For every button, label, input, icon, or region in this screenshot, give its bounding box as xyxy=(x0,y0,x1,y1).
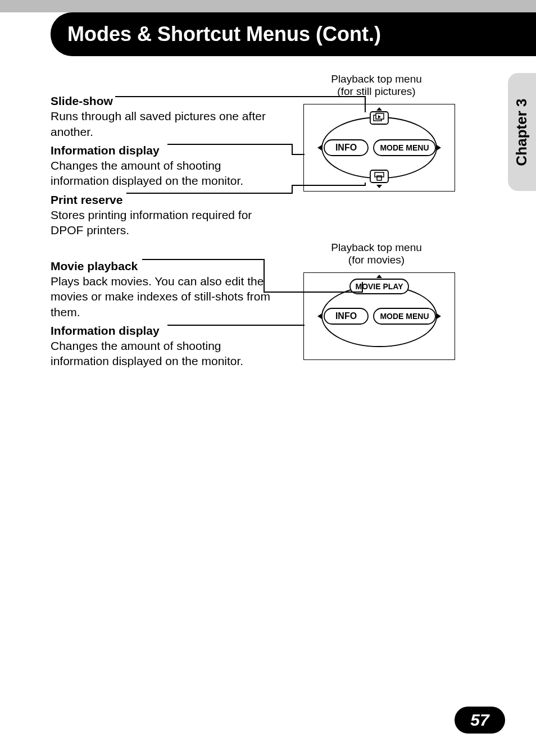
page-number: 57 xyxy=(455,707,505,734)
leader-lines xyxy=(51,73,478,388)
page-header: Modes & Shortcut Menus (Cont.) xyxy=(51,12,536,56)
top-gray-bar xyxy=(0,0,536,12)
page-title: Modes & Shortcut Menus (Cont.) xyxy=(67,22,381,46)
chapter-tab: Chapter 3 xyxy=(508,73,536,191)
chapter-label: Chapter 3 xyxy=(514,98,531,166)
